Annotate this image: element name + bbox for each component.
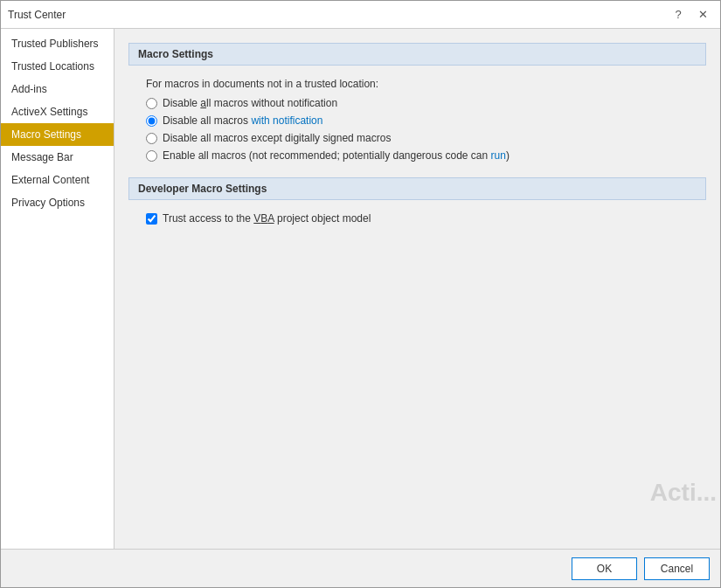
main-content: Macro Settings For macros in documents n…: [114, 29, 720, 549]
sidebar-item-activex-settings[interactable]: ActiveX Settings: [1, 100, 114, 123]
radio-input-enable-all[interactable]: [146, 150, 157, 162]
help-button[interactable]: ?: [668, 4, 689, 25]
title-bar-left: Trust Center: [8, 9, 66, 21]
trust-vba-checkbox-option: Trust access to the VBA project object m…: [146, 212, 706, 225]
trust-vba-checkbox[interactable]: [146, 213, 157, 225]
sidebar-item-trusted-locations[interactable]: Trusted Locations: [1, 55, 114, 78]
cancel-button[interactable]: Cancel: [644, 557, 710, 580]
dialog-body-wrapper: Trusted PublishersTrusted LocationsAdd-i…: [1, 29, 720, 549]
radio-disable-no-notify: Disable all macros without notification: [146, 97, 706, 109]
ok-button[interactable]: OK: [572, 557, 637, 580]
sidebar-item-macro-settings[interactable]: Macro Settings: [1, 123, 114, 146]
radio-label-disable-except-signed[interactable]: Disable all macros except digitally sign…: [163, 132, 391, 144]
developer-section-content: Trust access to the VBA project object m…: [128, 209, 706, 235]
sidebar-item-trusted-publishers[interactable]: Trusted Publishers: [1, 32, 114, 55]
close-button[interactable]: ✕: [692, 4, 713, 25]
macro-section-content: For macros in documents not in a trusted…: [128, 74, 706, 177]
macro-intro-text: For macros in documents not in a trusted…: [146, 78, 706, 90]
radio-input-disable-notify[interactable]: [146, 115, 157, 127]
radio-input-disable-no-notify[interactable]: [146, 98, 157, 109]
radio-disable-notify: Disable all macros with notification: [146, 114, 706, 127]
title-bar-right: ? ✕: [668, 4, 713, 25]
title-bar: Trust Center ? ✕: [1, 1, 720, 29]
macro-settings-header: Macro Settings: [128, 43, 706, 66]
developer-macro-settings-header: Developer Macro Settings: [128, 177, 706, 200]
radio-disable-except-signed: Disable all macros except digitally sign…: [146, 132, 706, 144]
dialog-title: Trust Center: [8, 9, 66, 21]
dialog-footer: OK Cancel: [1, 549, 720, 587]
sidebar-item-add-ins[interactable]: Add-ins: [1, 78, 114, 100]
radio-label-disable-notify[interactable]: Disable all macros with notification: [163, 114, 322, 127]
sidebar: Trusted PublishersTrusted LocationsAdd-i…: [1, 29, 114, 549]
sidebar-item-external-content[interactable]: External Content: [1, 169, 114, 191]
radio-enable-all: Enable all macros (not recommended; pote…: [146, 149, 706, 162]
dialog-body: Trusted PublishersTrusted LocationsAdd-i…: [1, 29, 720, 549]
trust-center-dialog: Trust Center ? ✕ Trusted PublishersTrust…: [0, 0, 721, 588]
radio-label-enable-all[interactable]: Enable all macros (not recommended; pote…: [163, 149, 510, 162]
radio-input-disable-except-signed[interactable]: [146, 133, 157, 144]
radio-label-disable-no-notify[interactable]: Disable all macros without notification: [163, 97, 337, 109]
sidebar-item-privacy-options[interactable]: Privacy Options: [1, 191, 114, 214]
trust-vba-label[interactable]: Trust access to the VBA project object m…: [163, 212, 371, 225]
sidebar-item-message-bar[interactable]: Message Bar: [1, 146, 114, 169]
